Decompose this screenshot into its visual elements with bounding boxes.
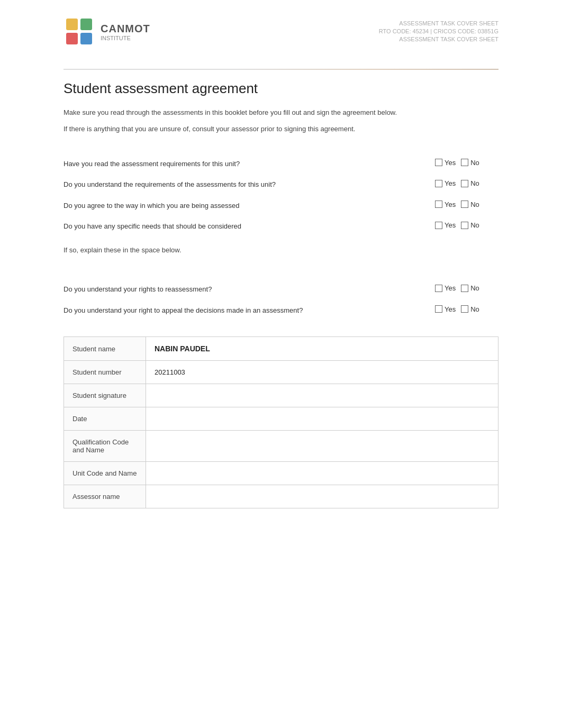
- table-label-4: Qualification Code and Name: [64, 431, 146, 462]
- yes-label-7: Yes: [445, 305, 456, 313]
- yes-option-1[interactable]: Yes: [435, 159, 456, 167]
- logo-text-block: CANMOT INSTITUTE: [101, 23, 150, 41]
- table-label-5: Unit Code and Name: [64, 462, 146, 485]
- table-row-0: Student nameNABIN PAUDEL: [64, 337, 498, 361]
- no-radio-box-7[interactable]: [461, 305, 468, 313]
- question-row-4: Do you have any specific needs that shou…: [64, 216, 498, 237]
- yes-label-2: Yes: [445, 179, 456, 187]
- header-divider: [64, 69, 498, 70]
- yes-option-6[interactable]: Yes: [435, 284, 456, 292]
- table-row-2: Student signature: [64, 384, 498, 407]
- question-options-2: Yes No: [435, 179, 498, 187]
- yes-option-3[interactable]: Yes: [435, 201, 456, 208]
- table-value-0: NABIN PAUDEL: [146, 337, 498, 361]
- yes-option-4[interactable]: Yes: [435, 221, 456, 229]
- svg-rect-2: [66, 33, 78, 44]
- question-text-7: Do you understand your right to appeal t…: [64, 305, 435, 316]
- table-row-1: Student number20211003: [64, 361, 498, 384]
- table-label-1: Student number: [64, 361, 146, 384]
- no-radio-box-1[interactable]: [461, 159, 468, 166]
- no-label-4: No: [470, 221, 479, 229]
- question-options-4: Yes No: [435, 221, 498, 229]
- no-option-7[interactable]: No: [461, 305, 479, 313]
- table-row-3: Date: [64, 407, 498, 431]
- no-radio-box-6[interactable]: [461, 285, 468, 292]
- logo-area: CANMOT INSTITUTE: [64, 16, 150, 48]
- question-row-1: Have you read the assessment requirement…: [64, 153, 498, 175]
- intro-text-1: Make sure you read through the assessmen…: [64, 107, 498, 119]
- no-radio-box-2[interactable]: [461, 180, 468, 187]
- question-text-1: Have you read the assessment requirement…: [64, 159, 435, 169]
- question-options-3: Yes No: [435, 201, 498, 208]
- section-spacer: [64, 263, 498, 279]
- no-option-4[interactable]: No: [461, 221, 479, 229]
- header-right-line-3: ASSESSMENT TASK COVER SHEET: [379, 36, 498, 42]
- table-value-4: [146, 431, 498, 462]
- svg-rect-1: [80, 19, 92, 30]
- table-value-3: [146, 407, 498, 431]
- yes-radio-box-7[interactable]: [435, 305, 442, 313]
- table-row-4: Qualification Code and Name: [64, 431, 498, 462]
- question-options-1: Yes No: [435, 159, 498, 167]
- yes-radio-box-3[interactable]: [435, 201, 442, 208]
- yes-label-4: Yes: [445, 221, 456, 229]
- header-right-line-2: RTO CODE: 45234 | CRICOS CODE: 03851G: [379, 28, 498, 34]
- table-value-5: [146, 462, 498, 485]
- spacer-1: [64, 140, 498, 153]
- no-option-1[interactable]: No: [461, 159, 479, 167]
- intro-text-2: If there is anything that you are unsure…: [64, 124, 498, 135]
- question-row-5: If so, explain these in the space below.: [64, 237, 498, 263]
- no-radio-box-3[interactable]: [461, 201, 468, 208]
- table-value-2: [146, 384, 498, 407]
- table-label-2: Student signature: [64, 384, 146, 407]
- table-row-5: Unit Code and Name: [64, 462, 498, 485]
- yes-radio-box-2[interactable]: [435, 180, 442, 187]
- question-text-4: Do you have any specific needs that shou…: [64, 221, 435, 232]
- no-option-2[interactable]: No: [461, 179, 479, 187]
- logo-name: CANMOT: [101, 23, 150, 35]
- yes-label-6: Yes: [445, 284, 456, 292]
- info-table: Student nameNABIN PAUDELStudent number20…: [64, 336, 498, 508]
- logo-subtext: INSTITUTE: [101, 35, 150, 41]
- yes-radio-box-1[interactable]: [435, 159, 442, 166]
- page-title: Student assessment agreement: [64, 80, 498, 97]
- table-label-0: Student name: [64, 337, 146, 361]
- logo-icon: [64, 16, 95, 48]
- yes-radio-box-6[interactable]: [435, 285, 442, 292]
- header-right-line-1: ASSESSMENT TASK COVER SHEET: [379, 20, 498, 26]
- no-label-2: No: [470, 179, 479, 187]
- yes-label-1: Yes: [445, 159, 456, 167]
- svg-rect-0: [66, 19, 78, 30]
- question-text-5: If so, explain these in the space below.: [64, 242, 498, 258]
- table-label-6: Assessor name: [64, 485, 146, 508]
- yes-option-2[interactable]: Yes: [435, 179, 456, 187]
- table-label-3: Date: [64, 407, 146, 431]
- table-row-6: Assessor name: [64, 485, 498, 508]
- table-value-6: [146, 485, 498, 508]
- no-option-3[interactable]: No: [461, 201, 479, 208]
- yes-option-7[interactable]: Yes: [435, 305, 456, 313]
- page-container: CANMOT INSTITUTE ASSESSMENT TASK COVER S…: [0, 0, 562, 728]
- question-row-3: Do you agree to the way in which you are…: [64, 195, 498, 216]
- question-text-6: Do you understand your rights to reasses…: [64, 284, 435, 295]
- question-row-7: Do you understand your right to appeal t…: [64, 300, 498, 321]
- yes-radio-box-4[interactable]: [435, 222, 442, 229]
- no-radio-box-4[interactable]: [461, 222, 468, 229]
- no-option-6[interactable]: No: [461, 284, 479, 292]
- no-label-6: No: [470, 284, 479, 292]
- question-text-3: Do you agree to the way in which you are…: [64, 201, 435, 211]
- no-label-3: No: [470, 201, 479, 208]
- svg-rect-3: [80, 33, 92, 44]
- no-label-1: No: [470, 159, 479, 167]
- question-options-7: Yes No: [435, 305, 498, 313]
- no-label-7: No: [470, 305, 479, 313]
- header-right: ASSESSMENT TASK COVER SHEET RTO CODE: 45…: [379, 20, 498, 44]
- question-row-2: Do you understand the requirements of th…: [64, 174, 498, 195]
- yes-label-3: Yes: [445, 201, 456, 208]
- question-options-6: Yes No: [435, 284, 498, 292]
- header: CANMOT INSTITUTE ASSESSMENT TASK COVER S…: [64, 16, 498, 53]
- question-text-2: Do you understand the requirements of th…: [64, 179, 435, 190]
- table-value-1: 20211003: [146, 361, 498, 384]
- question-row-6: Do you understand your rights to reasses…: [64, 279, 498, 300]
